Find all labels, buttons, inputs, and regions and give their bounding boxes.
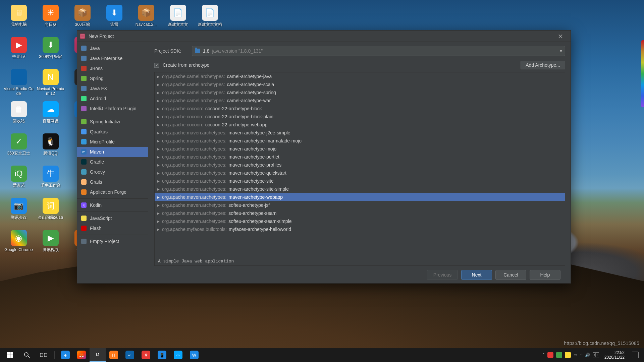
archetype-node[interactable]: ▶ org.apache.camel.archetypes:camel-arch… xyxy=(155,80,565,88)
help-button[interactable]: Help xyxy=(530,270,560,280)
desktop-icon[interactable]: ◉ Google Chrome xyxy=(3,228,35,260)
archetype-node[interactable]: ▶ org.apache.maven.archetypes:maven-arch… xyxy=(155,137,565,145)
desktop-icon[interactable]: ⬇ 360软件管家 xyxy=(35,35,66,67)
tray-icon-2[interactable] xyxy=(556,352,562,358)
sidebar-item[interactable]: Java Enterprise xyxy=(77,53,148,63)
archetype-node[interactable]: ▶ org.apache.maven.archetypes:maven-arch… xyxy=(155,153,565,161)
archetype-node[interactable]: ▶ org.apache.maven.archetypes:maven-arch… xyxy=(155,177,565,185)
taskbar-app-firefox[interactable]: 🦊 xyxy=(73,348,90,362)
archetype-node[interactable]: ▶ org.apache.camel.archetypes:camel-arch… xyxy=(155,88,565,97)
start-button[interactable] xyxy=(2,348,18,362)
system-tray[interactable]: ˄ ▭ ⌔ 🔊 中 22:52 2020/11/22 xyxy=(543,350,642,360)
desktop-icon[interactable]: ☁ 百度网盘 xyxy=(35,99,66,131)
desktop-icon[interactable]: 🗑 回收站 xyxy=(3,99,35,131)
archetype-artifact: maven-archetype-mojo xyxy=(228,146,276,152)
volume-icon[interactable]: 🔊 xyxy=(585,353,590,357)
archetype-artifact: maven-archetype-webapp xyxy=(228,194,283,200)
sidebar-item-label: Java Enterprise xyxy=(90,56,122,61)
archetype-node[interactable]: ▶ org.apache.cocoon:cocoon-22-archetype-… xyxy=(155,113,565,121)
desktop-icon[interactable]: Visual Studio Code xyxy=(3,67,35,99)
taskbar-app-vs[interactable]: ∞ xyxy=(122,348,138,362)
archetype-node[interactable]: ▶ org.apache.maven.archetypes:softeu-arc… xyxy=(155,217,565,225)
sidebar-item[interactable]: IntelliJ Platform Plugin xyxy=(77,104,148,114)
archetype-node[interactable]: ▶ org.apache.cocoon:cocoon-22-archetype-… xyxy=(155,105,565,113)
archetype-node[interactable]: ▶ org.apache.maven.archetypes:maven-arch… xyxy=(155,161,565,169)
desktop-icon[interactable]: 📷 腾讯会议 xyxy=(3,196,35,228)
archetype-node[interactable]: ▶ org.apache.maven.archetypes:maven-arch… xyxy=(155,145,565,153)
taskbar-app-wps[interactable]: W xyxy=(186,348,202,362)
taskbar-app-edge[interactable]: e xyxy=(57,348,73,362)
desktop-icon[interactable]: 词 金山词霸2016 xyxy=(35,196,66,228)
taskbar-app-h[interactable]: H xyxy=(106,348,122,362)
sidebar-item[interactable]: Empty Project xyxy=(77,236,148,246)
sidebar-item-icon xyxy=(81,129,87,134)
desktop-icon[interactable]: 🐧 腾讯QQ xyxy=(35,131,66,164)
ime-indicator[interactable]: 中 xyxy=(593,352,599,358)
tray-icon-3[interactable] xyxy=(565,352,571,358)
add-archetype-button[interactable]: Add Archetype... xyxy=(521,61,565,69)
sidebar-item[interactable]: MicroProfile xyxy=(77,137,148,147)
desktop-icon[interactable]: 🖥 我的电脑 xyxy=(3,3,35,35)
desktop-icon[interactable]: N Navicat Premium 12 xyxy=(35,67,66,99)
dialog-titlebar[interactable]: New Project xyxy=(77,31,571,42)
project-type-sidebar[interactable]: Java Java Enterprise JBoss Spring Java F… xyxy=(77,42,148,283)
archetype-node[interactable]: ▶ org.apache.camel.archetypes:camel-arch… xyxy=(155,72,565,80)
taskbar-app-intellij[interactable]: IJ xyxy=(90,348,106,362)
sidebar-item[interactable]: Java FX xyxy=(77,83,148,94)
desktop-icon[interactable]: ✓ 360安全卫士 xyxy=(3,131,35,164)
sidebar-item[interactable]: JBoss xyxy=(77,63,148,73)
tray-icon-1[interactable] xyxy=(547,352,553,358)
sidebar-item[interactable]: Application Forge xyxy=(77,187,148,197)
sidebar-item[interactable]: Spring xyxy=(77,73,148,83)
sidebar-item[interactable]: JavaScript xyxy=(77,213,148,223)
desktop-icon[interactable]: ▶ 腾讯视频 xyxy=(35,228,66,260)
desktop-icon[interactable]: ☀ 向日葵 xyxy=(35,3,66,35)
sidebar-item[interactable]: Spring Initializr xyxy=(77,117,148,127)
archetype-node[interactable]: ▶ org.apache.maven.archetypes:maven-arch… xyxy=(155,185,565,193)
archetype-artifact: cocoon-22-archetype-webapp xyxy=(205,122,267,127)
sidebar-item[interactable]: Flash xyxy=(77,223,148,233)
taskbar-clock[interactable]: 22:52 2020/11/22 xyxy=(604,350,625,360)
watermark-text: https://blog.csdn.net/qq_51515085 xyxy=(564,341,639,346)
archetype-node[interactable]: ▶ org.apache.maven.archetypes:maven-arch… xyxy=(155,129,565,137)
folder-icon xyxy=(195,49,200,53)
close-button[interactable] xyxy=(553,32,568,41)
battery-icon[interactable]: ▭ xyxy=(574,353,577,357)
archetype-node[interactable]: ▶ org.apache.cocoon:cocoon-22-archetype-… xyxy=(155,121,565,129)
taskbar-app-baidu[interactable]: ∞ xyxy=(170,348,186,362)
desktop-icon-label: 回收站 xyxy=(13,119,25,123)
taskbar-app-app[interactable]: ※ xyxy=(138,348,154,362)
sidebar-item[interactable]: Quarkus xyxy=(77,127,148,137)
sidebar-item[interactable]: K Kotlin xyxy=(77,200,148,210)
archetype-tree[interactable]: ▶ org.apache.camel.archetypes:camel-arch… xyxy=(155,72,565,257)
create-from-archetype-checkbox[interactable]: ✓ xyxy=(154,63,159,68)
archetype-node[interactable]: ▶ org.apache.maven.archetypes:maven-arch… xyxy=(155,169,565,177)
cancel-button[interactable]: Cancel xyxy=(495,270,526,280)
archetype-artifact: maven-archetype-marmalade-mojo xyxy=(228,138,302,143)
sidebar-item[interactable]: Gradle xyxy=(77,157,148,167)
task-view-icon xyxy=(40,353,47,357)
taskbar[interactable]: e🦊IJH∞※📱∞W ˄ ▭ ⌔ 🔊 中 22:52 2020/11/22 xyxy=(0,348,644,362)
sidebar-item[interactable]: m Maven xyxy=(77,147,148,157)
sidebar-item[interactable]: Grails xyxy=(77,177,148,187)
task-view-button[interactable] xyxy=(36,348,52,362)
archetype-node[interactable]: ▶ org.apache.camel.archetypes:camel-arch… xyxy=(155,97,565,105)
desktop-icon[interactable]: 牛 千牛工作台 xyxy=(35,164,66,196)
sidebar-item[interactable]: Groovy xyxy=(77,167,148,177)
wifi-icon[interactable]: ⌔ xyxy=(580,353,582,357)
tray-chevron-up-icon[interactable]: ˄ xyxy=(543,353,545,357)
desktop-icon-label: 新建文本文 xyxy=(168,22,188,27)
desktop-icon[interactable]: iQ 爱奇艺 xyxy=(3,164,35,196)
taskbar-app-phone[interactable]: 📱 xyxy=(154,348,170,362)
sidebar-item[interactable]: Java xyxy=(77,43,148,53)
archetype-node[interactable]: ▶ org.apache.maven.archetypes:maven-arch… xyxy=(155,193,565,201)
sdk-dropdown[interactable]: 1.8 java version "1.8.0_131" ▾ xyxy=(192,46,565,56)
archetype-node[interactable]: ▶ org.apache.maven.archetypes:softeu-arc… xyxy=(155,209,565,217)
archetype-node[interactable]: ▶ org.apache.maven.archetypes:softeu-arc… xyxy=(155,201,565,209)
next-button[interactable]: Next xyxy=(461,270,492,280)
action-center-button[interactable] xyxy=(632,352,639,358)
desktop-icon[interactable]: ▶ 芒果TV xyxy=(3,35,35,67)
search-button[interactable] xyxy=(19,348,35,362)
sidebar-item[interactable]: Android xyxy=(77,94,148,104)
archetype-node[interactable]: ▶ org.apache.myfaces.buildtools:myfaces-… xyxy=(155,225,565,233)
